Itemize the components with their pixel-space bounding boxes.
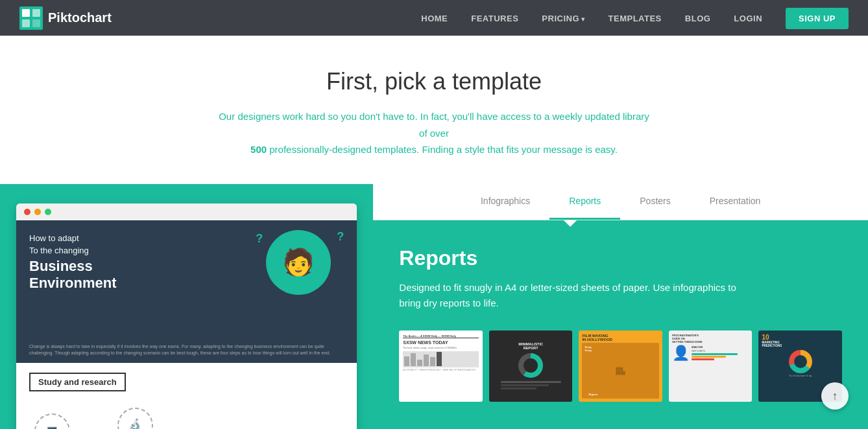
minimal-bars (501, 381, 561, 389)
teal-circle-graphic: 🧑 (266, 230, 331, 295)
tab-triangle-icon (564, 220, 577, 227)
browser-content-area: How to adapt To the changing Business En… (16, 220, 357, 363)
scroll-up-button[interactable]: ↑ (821, 382, 849, 410)
nav-pricing[interactable]: PRICING▾ (542, 14, 585, 23)
person-icon: 🧑 (282, 247, 315, 277)
hero-title: First, pick a template (13, 68, 855, 95)
minimal-label: MINIMALISTICREPORT (518, 342, 543, 350)
newspaper-chart (403, 351, 479, 367)
nav-templates[interactable]: TEMPLATES (609, 14, 662, 23)
scroll-up-icon: ↑ (832, 389, 838, 403)
tab-presentation[interactable]: Presentation (690, 184, 780, 220)
svg-rect-1 (22, 9, 30, 17)
nav-blog[interactable]: BLOG (685, 14, 711, 23)
nav-home[interactable]: HOME (421, 14, 448, 23)
proc-person-icon: 👤 (672, 345, 690, 362)
logo-text: Piktochart (48, 10, 112, 25)
pricing-arrow-icon: ▾ (581, 16, 585, 23)
question-mark-right: ? (337, 230, 344, 244)
tab-infographics[interactable]: Infographics (461, 184, 549, 220)
right-panel: Infographics Reports Posters Presentatio… (373, 184, 868, 430)
mktg-donut-chart (789, 350, 812, 373)
template-card-film[interactable]: FILM MAKINGIN HOLLYWOOD HongKong Nigeria… (579, 330, 662, 402)
svg-rect-4 (32, 19, 40, 27)
film-map-area: HongKong Nigeria ▓▓▓▓▓▓▓ (582, 343, 659, 399)
tabs-wrapper: Infographics Reports Posters Presentatio… (373, 184, 868, 227)
circle-1: 💻 (34, 413, 70, 429)
card-newspaper-inner: The Austin — A SXSW Daily — SXSW Daily S… (399, 330, 483, 402)
svg-rect-3 (22, 19, 30, 27)
circle-item-1: 💻 Good way to keep in track is to study … (29, 413, 75, 429)
tab-active-indicator (373, 220, 868, 227)
proc-bar-2 (692, 356, 726, 358)
nav-login[interactable]: LOGIN (734, 14, 762, 23)
proc-title: PROCRASTINATOR'SGUIDE ONGETTING THINGS D… (672, 334, 749, 344)
study-tag: Study and research (29, 373, 126, 391)
mktg-number: 10 (762, 334, 769, 341)
logo[interactable]: Piktochart (19, 6, 112, 30)
svg-rect-2 (32, 9, 40, 17)
template-card-minimal[interactable]: MINIMALISTICREPORT (489, 330, 573, 402)
reports-content: Reports Designed to fit snugly in A4 or … (373, 227, 868, 421)
proc-content: 👤 ANALYSIS PARTICIPANTS (672, 345, 749, 362)
tab-reports[interactable]: Reports (549, 184, 620, 220)
minimal-donut-hole (524, 358, 538, 373)
film-map-label-ng: Nigeria (588, 393, 597, 396)
browser-dot-yellow (34, 209, 41, 215)
newspaper-header: The Austin — A SXSW Daily — SXSW Daily (403, 334, 479, 338)
card-minimal-inner: MINIMALISTICREPORT (489, 330, 573, 402)
film-map-label-hk: HongKong (585, 345, 591, 352)
hero-description: Our designers work hard so you don't hav… (213, 108, 655, 158)
tabs-bar: Infographics Reports Posters Presentatio… (373, 184, 868, 220)
main-content: How to adapt To the changing Business En… (0, 184, 868, 430)
hero-section: First, pick a template Our designers wor… (0, 36, 868, 184)
browser-dot-red (24, 209, 30, 215)
browser-dot-green (45, 209, 51, 215)
nav-features[interactable]: FEATURES (471, 14, 518, 23)
newspaper-name: The Austin — A SXSW Daily — SXSW Daily (403, 334, 456, 338)
bar-4 (424, 354, 429, 366)
hero-desc-part1: Our designers work hard so you don't hav… (219, 111, 649, 139)
proc-bar-1 (692, 353, 738, 355)
film-title: FILM MAKINGIN HOLLYWOOD (582, 334, 659, 342)
tab-posters[interactable]: Posters (620, 184, 690, 220)
infographic-body-text: Change is always hard to take in especia… (29, 343, 344, 356)
circle-2: 🔬 (117, 408, 153, 430)
bar-5 (430, 357, 435, 366)
minimal-bar-2 (501, 384, 549, 386)
newspaper-title: SXSW NEWS TODAY (403, 340, 479, 345)
card-proc-inner: PROCRASTINATOR'SGUIDE ONGETTING THINGS D… (669, 330, 753, 402)
bar-2 (411, 353, 416, 366)
newspaper-footer: ACCESSIBILITY • TRANSPORTATION ACT • HAR… (403, 369, 479, 371)
left-preview-panel: How to adapt To the changing Business En… (0, 184, 373, 430)
reports-description: Designed to fit snugly in A4 or letter-s… (399, 280, 736, 311)
navigation: Piktochart HOME FEATURES PRICING▾ TEMPLA… (0, 0, 868, 36)
film-map-shape: ▓▓▓▓▓▓▓ (616, 367, 625, 375)
bar-1 (404, 356, 409, 366)
circle-item-2: 🔬 Researching about the changes online a… (112, 408, 158, 430)
logo-icon (19, 6, 43, 30)
template-grid: The Austin — A SXSW Daily — SXSW Daily S… (399, 330, 842, 402)
newspaper-subtitle: The food, drinks, songs, music and more … (403, 347, 479, 349)
browser-bottom-section: Study and research 💻 Good way to keep in… (16, 363, 357, 430)
browser-mockup: How to adapt To the changing Business En… (16, 203, 357, 430)
card-film-inner: FILM MAKINGIN HOLLYWOOD HongKong Nigeria… (579, 330, 662, 402)
proc-analysis-label: ANALYSIS (692, 346, 749, 349)
circle-2-icon: 🔬 (128, 418, 142, 429)
bar-3 (417, 360, 422, 366)
template-card-procrastinator[interactable]: PROCRASTINATOR'SGUIDE ONGETTING THINGS D… (669, 330, 753, 402)
bar-6 (437, 352, 442, 366)
browser-bar (16, 203, 357, 220)
template-card-newspaper[interactable]: The Austin — A SXSW Daily — SXSW Daily S… (399, 330, 483, 402)
minimal-bar-1 (501, 381, 561, 383)
signup-button[interactable]: SIGN UP (786, 8, 849, 29)
proc-part-label: PARTICIPANTS (692, 350, 749, 353)
hero-highlight: 500 (250, 144, 267, 155)
mktg-title-text: MARKETINGPREDICTIONS (762, 341, 782, 347)
circle-1-icon: 💻 (45, 424, 59, 429)
proc-analysis: ANALYSIS PARTICIPANTS (692, 346, 749, 360)
minimal-donut (518, 353, 543, 378)
reports-title: Reports (399, 246, 842, 270)
circle-diagram: 💻 Good way to keep in track is to study … (29, 401, 344, 430)
question-mark-left: ? (256, 232, 263, 246)
